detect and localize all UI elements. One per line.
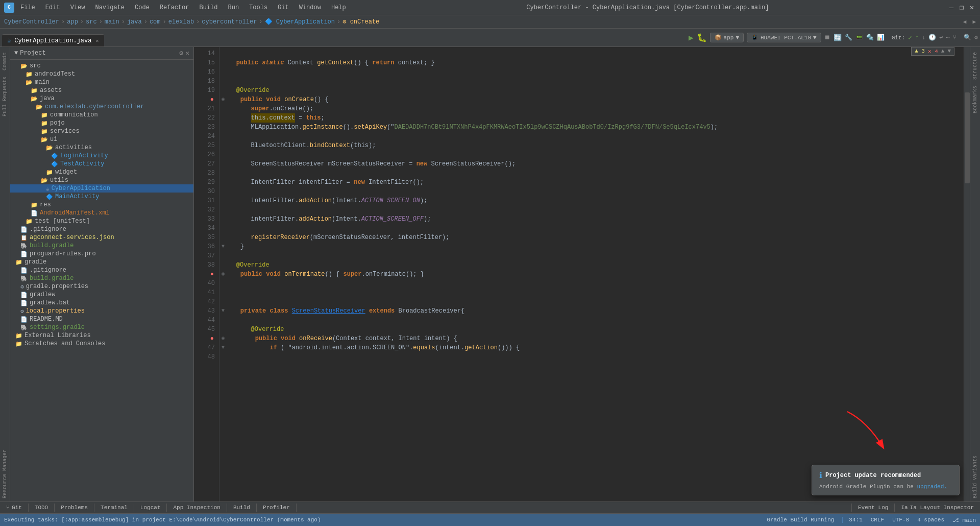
tree-item-test[interactable]: 📁test [unitTest] [10,217,193,225]
bookmarks-label[interactable]: Bookmarks [971,83,979,116]
tree-item-local_props[interactable]: ⚙local.properties [10,307,193,315]
bc-cybercontroller[interactable]: CyberController [4,18,59,26]
minimize-button[interactable]: — [947,4,955,12]
editor-tab-cyberapplication[interactable]: ☕ CyberApplication.java ✕ [2,34,104,46]
code-line-16[interactable] [222,67,964,77]
tree-item-gradlew[interactable]: 📄gradlew [10,291,193,299]
sdk-icon[interactable]: 🔩 [866,34,874,41]
tree-item-agconnect[interactable]: 📋agconnect-services.json [10,233,193,242]
code-line-22[interactable]: this.context = this; [222,113,964,123]
git-undo-icon[interactable]: ↩ [939,34,943,41]
tree-item-scratches[interactable]: 📁Scratches and Consoles [10,340,193,348]
git-pull-icon[interactable]: ↓ [922,34,925,41]
project-dropdown-icon[interactable]: ▼ [14,50,18,57]
line-ending-indicator[interactable]: CRLF [871,517,884,523]
bc-elexlab[interactable]: elexlab [168,18,194,26]
tree-item-gradle[interactable]: 📁gradle [10,258,193,266]
pull-requests-label[interactable]: Pull Requests [1,74,9,119]
tree-item-src[interactable]: 📂src [10,62,193,70]
tab-problems[interactable]: Problems [55,504,94,512]
tree-item-gitignore[interactable]: 📄.gitignore [10,225,193,233]
notification-link[interactable]: upgraded. [917,484,947,490]
bc-app[interactable]: app [67,18,78,26]
branch-indicator[interactable]: ⎇ main [952,517,976,523]
code-line-24[interactable] [222,132,964,141]
code-line-28[interactable] [222,169,964,178]
code-line-23[interactable]: MLApplication.getInstance().setApiKey("D… [222,123,964,132]
git-history-icon[interactable]: 🕐 [928,34,936,41]
tree-item-pojo[interactable]: 📁pojo [10,119,193,127]
tab-logcat[interactable]: Logcat [134,504,167,512]
tree-item-widget[interactable]: 📁widget [10,168,193,176]
nav-forward[interactable]: ▶ [972,18,976,25]
menu-run[interactable]: Run [226,3,241,12]
code-line-30[interactable] [222,187,964,196]
tree-item-external[interactable]: 📁External Libraries [10,331,193,340]
code-line-18[interactable] [222,77,964,86]
menu-file[interactable]: File [18,3,37,12]
code-line-31[interactable]: intentFilter.addAction(Intent.ACTION_SCR… [222,196,964,205]
git-branch-icon[interactable]: ⑂ [953,34,957,41]
code-line-35[interactable]: registerReceiver(mScreenStatusReceiver, … [222,233,964,242]
search-everywhere-icon[interactable]: 🔍 [964,34,971,41]
code-line-15[interactable]: public static Context getContext() { ret… [222,58,964,67]
code-line-41[interactable] [222,288,964,297]
tab-profiler[interactable]: Profiler [257,504,297,512]
code-line-47[interactable]: ▼ if ( "android.intent.action.SCREEN_ON"… [222,343,964,352]
bc-java[interactable]: java [127,18,142,26]
tab-terminal[interactable]: Terminal [94,504,134,512]
tree-item-res[interactable]: 📁res [10,201,193,209]
tab-todo[interactable]: TODO [29,504,55,512]
tab-layout-inspector[interactable]: Ia Ia Layout Inspector [894,504,980,512]
project-close-icon[interactable]: ✕ [185,49,189,57]
line-col-indicator[interactable]: 34:1 [842,517,862,523]
bc-oncreate[interactable]: ⚙ onCreate [342,18,379,26]
structure-label[interactable]: Structure [971,49,979,83]
tree-item-CyberApplication[interactable]: ☕CyberApplication [10,184,193,193]
code-line-27[interactable]: ScreenStatusReceiver mScreenStatusReceiv… [222,159,964,169]
menu-tools[interactable]: Tools [247,3,270,12]
maximize-button[interactable]: ❐ [958,4,966,12]
warning-nav-up[interactable]: ▲ [941,48,945,55]
code-line-33[interactable]: intentFilter.addAction(Intent.ACTION_SCR… [222,214,964,224]
module-select[interactable]: 📦 app ▼ [710,33,744,42]
fold-icon-39[interactable]: ◉ [222,270,225,279]
tree-item-gitignore2[interactable]: 📄.gitignore [10,266,193,274]
code-line-29[interactable]: IntentFilter intentFilter = new IntentFi… [222,178,964,187]
code-line-14[interactable] [222,49,964,58]
tree-item-communication[interactable]: 📁communication [10,111,193,119]
menu-view[interactable]: View [68,3,87,12]
tree-item-ui[interactable]: 📂ui [10,135,193,144]
code-line-19[interactable]: @Override [222,86,964,95]
tree-item-com[interactable]: 📂com.elexlab.cybercontroller [10,103,193,111]
charset-indicator[interactable]: UTF-8 [892,517,909,523]
code-line-38[interactable]: @Override [222,260,964,270]
menu-edit[interactable]: Edit [43,3,62,12]
stop-button[interactable]: ⏹ [824,34,830,41]
fold-icon-46[interactable]: ◉ [222,334,225,343]
bc-cyberapplication[interactable]: 🔷 CyberApplication [265,18,335,26]
menu-help[interactable]: Help [329,3,348,12]
bc-main[interactable]: main [105,18,119,26]
sync-icon[interactable]: 🔄 [834,34,842,42]
tree-item-services[interactable]: 📁services [10,127,193,135]
code-line-42[interactable] [222,297,964,306]
tree-item-build_gradle[interactable]: 🐘build.gradle [10,242,193,250]
code-line-40[interactable] [222,279,964,288]
settings-icon[interactable]: ⚙ [974,34,978,41]
debug-button[interactable]: 🐛 [697,33,707,43]
bc-com[interactable]: com [150,18,161,26]
code-line-25[interactable]: BluetoothClient.bindContext(this); [222,141,964,150]
tree-item-proguard[interactable]: 📄proguard-rules.pro [10,250,193,258]
code-line-43[interactable]: ▼ private class ScreenStatusReceiver ext… [222,306,964,316]
resource-manager-label[interactable]: Resource Manager [1,446,9,501]
tree-item-TestActivity[interactable]: 🔷TestActivity [10,160,193,168]
git-push-icon[interactable]: ↑ [915,34,919,41]
gradle-icon[interactable]: 🔧 [845,34,852,41]
project-cog-icon[interactable]: ⚙ [179,49,183,57]
editor-scrollbar[interactable] [964,47,970,501]
tab-app-inspection[interactable]: App Inspection [167,504,227,512]
tree-item-MainActivity[interactable]: 🔷MainActivity [10,193,193,201]
code-line-26[interactable] [222,150,964,159]
code-content[interactable]: public static Context getContext() { ret… [219,47,964,501]
